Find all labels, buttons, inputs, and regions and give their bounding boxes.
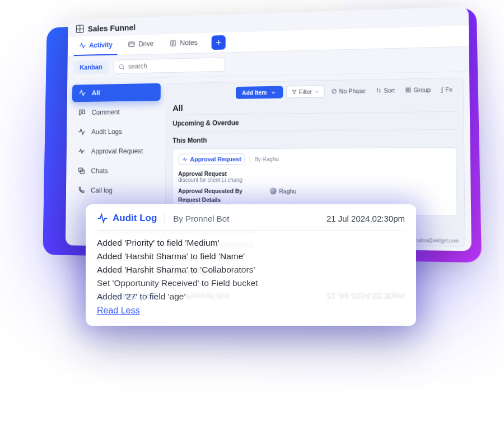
tab-activity[interactable]: Activity: [74, 36, 118, 57]
svg-marker-12: [292, 90, 296, 93]
audit-card-reflection: Audit Log By Pronnel Bot 21 Jul 2024,02:…: [86, 189, 416, 311]
activity-icon: [79, 42, 86, 50]
sidebar-item-approval-request[interactable]: Approval Request: [72, 142, 160, 160]
sidebar-item-label: Audit Logs: [91, 128, 122, 135]
view-kanban-pill[interactable]: Kanban: [73, 60, 109, 74]
no-phase-icon: [331, 88, 337, 94]
tab-notes[interactable]: Notes: [164, 33, 203, 54]
phone-icon: [77, 186, 86, 195]
sidebar-item-label: Comment: [91, 109, 119, 116]
sidebar-item-all[interactable]: All: [72, 83, 161, 102]
comment-icon: [78, 108, 87, 117]
panel-toolbar: Add Item Filter: [172, 83, 456, 100]
add-tab-button[interactable]: +: [212, 35, 226, 50]
sidebar-item-chats[interactable]: Chats: [71, 162, 160, 180]
approval-chip-label: Approval Request: [190, 156, 241, 162]
approval-subtitle: discount for client Li chang: [178, 177, 450, 183]
no-phase-label: No Phase: [339, 87, 366, 95]
search-icon: [118, 63, 125, 71]
fx-label: Fx: [445, 86, 452, 93]
svg-rect-18: [409, 91, 410, 92]
group-icon: [405, 87, 411, 93]
approval-title: Approval Request: [178, 170, 227, 177]
svg-line-7: [123, 68, 124, 69]
approval-chip: Approval Request: [178, 153, 245, 165]
add-item-label: Add Item: [242, 89, 267, 96]
search-box[interactable]: [114, 57, 225, 74]
section-this-month-title: This Month: [172, 129, 456, 149]
sort-icon: [376, 88, 381, 93]
chevron-down-icon: [270, 89, 276, 95]
svg-line-14: [333, 90, 335, 92]
board-icon: [76, 25, 84, 33]
tab-notes-label: Notes: [180, 39, 198, 46]
drive-icon: [128, 40, 135, 48]
add-item-button[interactable]: Add Item: [236, 86, 283, 99]
fx-icon: ∫: [441, 86, 443, 93]
tab-drive-label: Drive: [138, 40, 153, 48]
sidebar-item-label: Approval Request: [91, 147, 143, 155]
group-button[interactable]: Group: [402, 84, 435, 96]
section-upcoming-title: Upcoming & Overdue: [172, 111, 456, 132]
sort-label: Sort: [384, 87, 395, 94]
tab-activity-label: Activity: [89, 41, 113, 49]
sidebar-item-label: Chats: [91, 167, 108, 175]
filter-label: Filter: [299, 88, 312, 95]
sidebar-item-comment[interactable]: Comment: [72, 103, 161, 121]
audit-icon: [78, 128, 86, 137]
filter-icon: [291, 89, 297, 95]
fx-button[interactable]: ∫ Fx: [438, 83, 456, 95]
notes-icon: [170, 39, 177, 47]
svg-rect-17: [406, 91, 408, 92]
tab-drive[interactable]: Drive: [123, 34, 159, 54]
chats-icon: [77, 167, 86, 176]
activity-icon: [78, 89, 87, 98]
search-input[interactable]: [128, 60, 220, 70]
section-all-title: All: [172, 99, 456, 112]
group-label: Group: [414, 86, 431, 93]
sidebar-item-label: All: [92, 89, 100, 97]
sort-button[interactable]: Sort: [372, 85, 399, 96]
no-phase-button[interactable]: No Phase: [328, 85, 368, 97]
chevron-down-icon: [314, 89, 319, 94]
approval-by-label: By Raghu: [249, 156, 278, 162]
svg-rect-16: [409, 88, 410, 90]
svg-point-6: [119, 64, 123, 68]
approval-icon: [78, 147, 86, 156]
svg-rect-15: [406, 88, 408, 90]
filter-button[interactable]: Filter: [286, 85, 324, 98]
sidebar-item-audit-logs[interactable]: Audit Logs: [72, 123, 160, 140]
page-title: Sales Funnel: [88, 22, 136, 33]
